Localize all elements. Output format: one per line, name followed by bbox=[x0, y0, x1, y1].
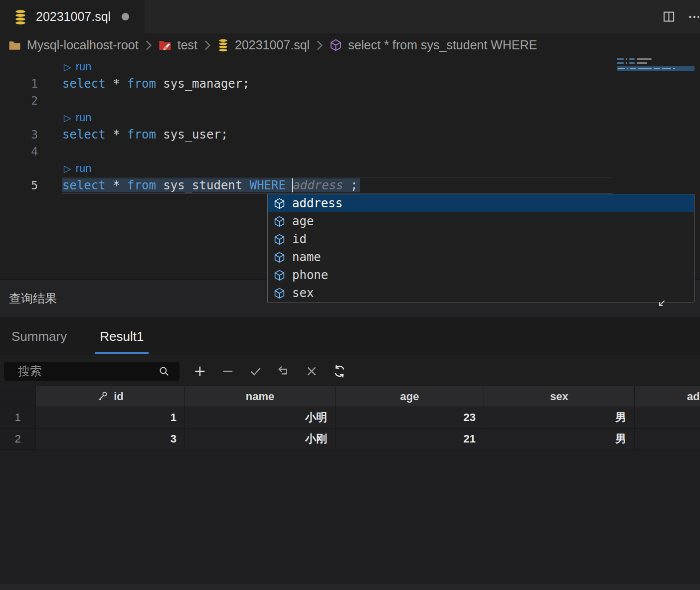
breadcrumb-item-schema[interactable]: test bbox=[177, 38, 197, 52]
run-codelens[interactable]: ▷run bbox=[0, 162, 91, 175]
breadcrumb: Mysql-localhost-root test 20231007.sql bbox=[0, 33, 700, 57]
cancel-button[interactable] bbox=[302, 361, 322, 381]
cell-name[interactable]: 小明 bbox=[185, 407, 336, 429]
suggest-item-sex[interactable]: sex bbox=[268, 284, 694, 302]
chevron-right-icon bbox=[203, 40, 211, 51]
text-cursor bbox=[292, 178, 293, 192]
search-input[interactable] bbox=[4, 364, 144, 378]
breadcrumb-item-statement[interactable]: select * from sys_student WHERE bbox=[348, 38, 537, 52]
code-line-3: select * from sys_user; bbox=[0, 126, 228, 143]
tab-summary[interactable]: Summary bbox=[11, 318, 67, 355]
field-cube-icon bbox=[273, 197, 286, 210]
column-header-id[interactable]: id bbox=[36, 386, 185, 407]
delete-row-button[interactable] bbox=[218, 361, 238, 381]
tab-filename: 20231007.sql bbox=[36, 9, 111, 24]
cell-age[interactable]: 23 bbox=[336, 407, 484, 429]
row-number[interactable]: 2 bbox=[0, 429, 36, 450]
folder-icon bbox=[8, 39, 21, 51]
add-row-button[interactable] bbox=[190, 361, 210, 381]
current-line-highlight bbox=[62, 177, 613, 194]
cell-name[interactable]: 小刚 bbox=[185, 429, 336, 450]
results-tabs: Summary Result1 bbox=[0, 318, 700, 355]
cell-sex[interactable]: 男 bbox=[484, 407, 635, 429]
field-cube-icon bbox=[273, 287, 286, 299]
column-header-sex[interactable]: sex bbox=[484, 386, 635, 407]
editor-actions bbox=[660, 0, 700, 33]
chevron-right-icon bbox=[315, 40, 324, 51]
unsaved-changes-dot[interactable] bbox=[122, 13, 129, 20]
search-icon bbox=[158, 365, 171, 378]
field-cube-icon bbox=[273, 251, 286, 264]
cell-sex[interactable]: 男 bbox=[484, 429, 635, 450]
run-codelens[interactable]: ▷run bbox=[0, 60, 91, 73]
code-line-1: select * from sys_manager; bbox=[0, 75, 250, 92]
panel-title: 查询结果 bbox=[9, 291, 57, 306]
run-icon: ▷ bbox=[64, 163, 71, 174]
line-number-4: 4 bbox=[0, 143, 38, 160]
run-codelens[interactable]: ▷run bbox=[0, 111, 91, 124]
grid-empty-area bbox=[0, 451, 700, 584]
minimap[interactable] bbox=[617, 58, 695, 157]
breadcrumb-item-connection[interactable]: Mysql-localhost-root bbox=[27, 38, 139, 52]
autocomplete-widget: address age id name bbox=[267, 194, 695, 302]
run-icon: ▷ bbox=[64, 112, 71, 123]
column-header-name[interactable]: name bbox=[185, 386, 336, 407]
commit-button[interactable] bbox=[246, 361, 266, 381]
refresh-button[interactable] bbox=[330, 361, 350, 381]
results-grid: id name age sex address 1 1 小明 23 男 2 3 … bbox=[0, 386, 700, 450]
revert-button[interactable] bbox=[274, 361, 294, 381]
suggest-item-address[interactable]: address bbox=[268, 194, 694, 212]
grid-header-row: id name age sex address bbox=[0, 386, 700, 407]
row-number[interactable]: 1 bbox=[0, 407, 36, 429]
suggest-item-name[interactable]: name bbox=[268, 248, 694, 266]
results-toolbar bbox=[0, 356, 700, 386]
editor-tab-bar: 20231007.sql bbox=[0, 0, 700, 33]
widget-resize-handle-icon[interactable] bbox=[657, 299, 667, 308]
suggest-item-id[interactable]: id bbox=[268, 230, 694, 248]
tab-result1[interactable]: Result1 bbox=[100, 318, 144, 355]
schema-test-icon bbox=[158, 39, 172, 52]
app-window: 20231007.sql Mysql-localhost-root bbox=[0, 0, 700, 590]
suggest-item-age[interactable]: age bbox=[268, 212, 694, 230]
split-editor-icon[interactable] bbox=[660, 8, 677, 25]
line-number-2: 2 bbox=[0, 92, 38, 109]
database-file-icon bbox=[217, 38, 229, 52]
grid-row-1: 1 1 小明 23 男 bbox=[0, 407, 700, 429]
grid-row-2: 2 3 小刚 21 男 bbox=[0, 429, 700, 450]
cell-age[interactable]: 21 bbox=[336, 429, 484, 450]
run-icon: ▷ bbox=[64, 61, 71, 72]
column-header-address[interactable]: address bbox=[635, 386, 700, 407]
column-header-age[interactable]: age bbox=[336, 386, 484, 407]
tab-20231007-sql[interactable]: 20231007.sql bbox=[0, 0, 145, 33]
field-cube-icon bbox=[273, 215, 286, 228]
symbol-cube-icon bbox=[329, 38, 343, 52]
field-cube-icon bbox=[273, 233, 286, 246]
corner-cell bbox=[0, 386, 36, 407]
breadcrumb-item-file[interactable]: 20231007.sql bbox=[235, 38, 310, 52]
horizontal-scrollbar[interactable] bbox=[0, 584, 700, 590]
cell-address[interactable] bbox=[635, 429, 700, 450]
suggest-item-phone[interactable]: phone bbox=[268, 266, 694, 284]
chevron-right-icon bbox=[144, 40, 153, 51]
cell-id[interactable]: 1 bbox=[36, 407, 185, 429]
minimap-current-line bbox=[617, 66, 695, 71]
database-file-icon bbox=[13, 9, 28, 25]
field-cube-icon bbox=[273, 269, 286, 282]
search-box bbox=[4, 362, 179, 381]
primary-key-icon bbox=[97, 391, 109, 403]
cell-address[interactable] bbox=[635, 407, 700, 429]
cell-id[interactable]: 3 bbox=[36, 429, 185, 450]
row-action-buttons bbox=[190, 361, 350, 381]
more-actions-icon[interactable] bbox=[688, 8, 699, 25]
